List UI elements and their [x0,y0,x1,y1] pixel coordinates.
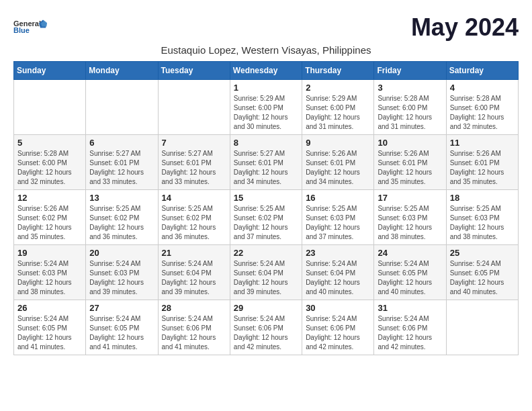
day-number: 14 [162,193,226,203]
day-info: Sunrise: 5:24 AMSunset: 6:06 PMDaylight:… [378,314,442,352]
day-number: 8 [234,138,298,148]
day-info: Sunrise: 5:24 AMSunset: 6:05 PMDaylight:… [378,259,442,297]
col-tuesday: Tuesday [158,62,230,80]
day-info: Sunrise: 5:24 AMSunset: 6:05 PMDaylight:… [450,259,515,297]
day-info: Sunrise: 5:28 AMSunset: 6:00 PMDaylight:… [17,149,82,187]
day-number: 10 [378,138,442,148]
day-info: Sunrise: 5:26 AMSunset: 6:01 PMDaylight:… [378,149,442,187]
day-info: Sunrise: 5:24 AMSunset: 6:03 PMDaylight:… [17,259,82,297]
day-number: 11 [450,138,515,148]
day-info: Sunrise: 5:27 AMSunset: 6:01 PMDaylight:… [89,149,154,187]
calendar-day-cell: 17Sunrise: 5:25 AMSunset: 6:03 PMDayligh… [374,190,446,245]
day-number: 27 [89,303,154,313]
calendar-day-cell: 11Sunrise: 5:26 AMSunset: 6:01 PMDayligh… [446,135,518,190]
calendar-day-cell: 8Sunrise: 5:27 AMSunset: 6:01 PMDaylight… [230,135,302,190]
day-number: 18 [450,193,515,203]
day-info: Sunrise: 5:24 AMSunset: 6:06 PMDaylight:… [306,314,370,352]
day-info: Sunrise: 5:24 AMSunset: 6:06 PMDaylight:… [234,314,298,352]
calendar-day-cell: 22Sunrise: 5:24 AMSunset: 6:04 PMDayligh… [230,245,302,300]
calendar-day-cell: 1Sunrise: 5:29 AMSunset: 6:00 PMDaylight… [230,80,302,135]
calendar-day-cell [446,300,518,355]
col-monday: Monday [86,62,158,80]
day-number: 5 [17,138,82,148]
col-thursday: Thursday [302,62,374,80]
day-info: Sunrise: 5:25 AMSunset: 6:02 PMDaylight:… [89,204,154,242]
calendar-week-row: 26Sunrise: 5:24 AMSunset: 6:05 PMDayligh… [14,300,519,355]
day-number: 1 [234,83,298,93]
day-number: 30 [306,303,370,313]
col-sunday: Sunday [14,62,86,80]
calendar-day-cell [14,80,86,135]
calendar-day-cell: 28Sunrise: 5:24 AMSunset: 6:06 PMDayligh… [158,300,230,355]
calendar-day-cell: 10Sunrise: 5:26 AMSunset: 6:01 PMDayligh… [374,135,446,190]
calendar-day-cell: 15Sunrise: 5:25 AMSunset: 6:02 PMDayligh… [230,190,302,245]
day-info: Sunrise: 5:25 AMSunset: 6:02 PMDaylight:… [234,204,298,242]
calendar-day-cell [86,80,158,135]
day-info: Sunrise: 5:24 AMSunset: 6:04 PMDaylight:… [306,259,370,297]
day-info: Sunrise: 5:24 AMSunset: 6:04 PMDaylight:… [162,259,226,297]
day-number: 13 [89,193,154,203]
calendar-day-cell: 16Sunrise: 5:25 AMSunset: 6:03 PMDayligh… [302,190,374,245]
day-info: Sunrise: 5:28 AMSunset: 6:00 PMDaylight:… [378,94,442,132]
day-info: Sunrise: 5:25 AMSunset: 6:03 PMDaylight:… [306,204,370,242]
day-number: 9 [306,138,370,148]
day-number: 20 [89,248,154,258]
day-number: 16 [306,193,370,203]
calendar-day-cell: 6Sunrise: 5:27 AMSunset: 6:01 PMDaylight… [86,135,158,190]
day-info: Sunrise: 5:24 AMSunset: 6:04 PMDaylight:… [234,259,298,297]
day-info: Sunrise: 5:25 AMSunset: 6:03 PMDaylight:… [378,204,442,242]
calendar-day-cell: 14Sunrise: 5:25 AMSunset: 6:02 PMDayligh… [158,190,230,245]
calendar-day-cell: 21Sunrise: 5:24 AMSunset: 6:04 PMDayligh… [158,245,230,300]
month-title: May 2024 [411,13,519,42]
day-info: Sunrise: 5:24 AMSunset: 6:05 PMDaylight:… [89,314,154,352]
day-info: Sunrise: 5:26 AMSunset: 6:01 PMDaylight:… [450,149,515,187]
day-number: 23 [306,248,370,258]
location-subtitle: Eustaquio Lopez, Western Visayas, Philip… [13,44,519,56]
day-number: 22 [234,248,298,258]
calendar-day-cell: 13Sunrise: 5:25 AMSunset: 6:02 PMDayligh… [86,190,158,245]
day-number: 28 [162,303,226,313]
day-number: 31 [378,303,442,313]
title-section: May 2024 [411,13,519,42]
calendar-week-row: 1Sunrise: 5:29 AMSunset: 6:00 PMDaylight… [14,80,519,135]
day-info: Sunrise: 5:26 AMSunset: 6:01 PMDaylight:… [306,149,370,187]
calendar-day-cell: 9Sunrise: 5:26 AMSunset: 6:01 PMDaylight… [302,135,374,190]
day-number: 24 [378,248,442,258]
calendar-day-cell: 2Sunrise: 5:29 AMSunset: 6:00 PMDaylight… [302,80,374,135]
page-header: General Blue May 2024 [13,13,519,42]
calendar-week-row: 12Sunrise: 5:26 AMSunset: 6:02 PMDayligh… [14,190,519,245]
day-number: 15 [234,193,298,203]
calendar-day-cell: 12Sunrise: 5:26 AMSunset: 6:02 PMDayligh… [14,190,86,245]
calendar-table: Sunday Monday Tuesday Wednesday Thursday… [13,61,519,355]
col-friday: Friday [374,62,446,80]
logo-icon: General Blue [13,13,47,40]
day-info: Sunrise: 5:29 AMSunset: 6:00 PMDaylight:… [306,94,370,132]
day-number: 7 [162,138,226,148]
calendar-day-cell [158,80,230,135]
day-number: 21 [162,248,226,258]
day-number: 19 [17,248,82,258]
calendar-day-cell: 24Sunrise: 5:24 AMSunset: 6:05 PMDayligh… [374,245,446,300]
svg-text:Blue: Blue [13,26,30,34]
day-number: 17 [378,193,442,203]
day-info: Sunrise: 5:27 AMSunset: 6:01 PMDaylight:… [162,149,226,187]
day-info: Sunrise: 5:25 AMSunset: 6:03 PMDaylight:… [450,204,515,242]
day-info: Sunrise: 5:28 AMSunset: 6:00 PMDaylight:… [450,94,515,132]
day-info: Sunrise: 5:24 AMSunset: 6:05 PMDaylight:… [17,314,82,352]
day-number: 25 [450,248,515,258]
calendar-day-cell: 18Sunrise: 5:25 AMSunset: 6:03 PMDayligh… [446,190,518,245]
calendar-day-cell: 23Sunrise: 5:24 AMSunset: 6:04 PMDayligh… [302,245,374,300]
col-saturday: Saturday [446,62,518,80]
day-info: Sunrise: 5:24 AMSunset: 6:06 PMDaylight:… [162,314,226,352]
day-number: 12 [17,193,82,203]
day-info: Sunrise: 5:25 AMSunset: 6:02 PMDaylight:… [162,204,226,242]
calendar-day-cell: 20Sunrise: 5:24 AMSunset: 6:03 PMDayligh… [86,245,158,300]
day-number: 3 [378,83,442,93]
calendar-week-row: 5Sunrise: 5:28 AMSunset: 6:00 PMDaylight… [14,135,519,190]
day-info: Sunrise: 5:26 AMSunset: 6:02 PMDaylight:… [17,204,82,242]
calendar-day-cell: 25Sunrise: 5:24 AMSunset: 6:05 PMDayligh… [446,245,518,300]
logo: General Blue [13,13,47,40]
calendar-day-cell: 4Sunrise: 5:28 AMSunset: 6:00 PMDaylight… [446,80,518,135]
calendar-week-row: 19Sunrise: 5:24 AMSunset: 6:03 PMDayligh… [14,245,519,300]
day-number: 4 [450,83,515,93]
